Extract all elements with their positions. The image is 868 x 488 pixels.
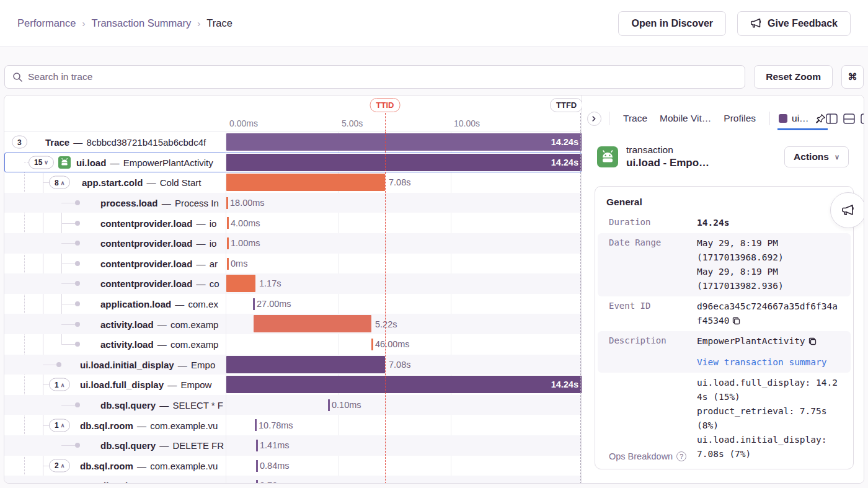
- trace-row[interactable]: ui.load.initial_display — Empo7.08s: [4, 355, 582, 375]
- open-in-discover-button[interactable]: Open in Discover: [618, 11, 726, 36]
- span-duration-bar[interactable]: [254, 315, 371, 332]
- span-op: activity.load: [100, 319, 154, 329]
- span-count-pill[interactable]: 8∧: [49, 176, 70, 189]
- span-count-pill[interactable]: 15∨: [29, 156, 54, 169]
- span-duration-bar[interactable]: 14.24s: [226, 133, 582, 151]
- span-op: db.sql.room: [80, 420, 133, 430]
- tree-connector: [43, 365, 58, 365]
- span-duration-tick[interactable]: [227, 217, 229, 229]
- span-count-pill[interactable]: 1∧: [49, 419, 70, 432]
- search-box[interactable]: [4, 65, 745, 89]
- search-input[interactable]: [28, 71, 737, 82]
- trace-row[interactable]: process.load — Process In18.00ms: [4, 193, 582, 213]
- duration-label: 1.00ms: [231, 238, 260, 248]
- duration-label: 1.17s: [259, 278, 281, 288]
- layout-sidebar-left-icon[interactable]: [826, 113, 838, 124]
- dash-separator: —: [192, 278, 209, 289]
- tab-transaction-active[interactable]: ui…: [777, 108, 812, 129]
- leaf-dot: [75, 342, 80, 347]
- breadcrumb-item[interactable]: Performance: [17, 17, 76, 29]
- trace-row[interactable]: 3Trace — 8cbbcd38721b415ab6cbdc4f14.24s: [4, 132, 582, 153]
- trace-row[interactable]: contentprovider.load — co1.17s: [4, 273, 582, 294]
- layout-sidebar-right-icon[interactable]: [861, 113, 864, 124]
- axis-tick-label: 0.00ms: [229, 118, 258, 128]
- trace-row[interactable]: db.sql.query — DELETE FR1.41ms: [4, 435, 582, 456]
- detail-row: Ops Breakdown?ui.load.full_display: 14.2…: [598, 373, 851, 464]
- span-duration-tick[interactable]: [256, 440, 258, 451]
- trace-view-panel: 0.00ms5.00s10.00sTTIDTTFD 3Trace — 8cbbc…: [4, 95, 864, 484]
- reset-zoom-button[interactable]: Reset Zoom: [754, 65, 833, 89]
- span-chart-cell: 46.00ms: [226, 334, 582, 355]
- view-transaction-summary-link[interactable]: View transaction summary: [697, 355, 842, 370]
- chevron-down-icon: ∨: [44, 159, 48, 166]
- span-description: com.ex: [188, 299, 218, 309]
- copy-icon[interactable]: [732, 317, 740, 325]
- trace-row[interactable]: activity.load — com.examp46.00ms: [4, 334, 582, 355]
- transaction-name: ui.load - Empo…: [626, 156, 709, 170]
- pin-icon[interactable]: [815, 113, 826, 124]
- trace-row[interactable]: contentprovider.load — ar0ms: [4, 254, 582, 274]
- span-count-pill[interactable]: 3: [12, 136, 27, 149]
- tree-connector: [43, 466, 49, 466]
- trace-row[interactable]: application.load — com.ex27.00ms: [4, 294, 582, 314]
- span-count-pill[interactable]: 2∧: [49, 459, 70, 472]
- trace-row[interactable]: 8∧app.start.cold — Cold Start7.08s: [4, 172, 582, 193]
- tab-trace[interactable]: Trace: [617, 113, 653, 124]
- android-icon: [597, 146, 618, 167]
- span-duration-tick[interactable]: [253, 298, 255, 310]
- span-duration-bar[interactable]: 14.24s: [226, 376, 582, 393]
- expand-drawer-button[interactable]: [587, 112, 601, 126]
- span-count-pill[interactable]: 1∧: [49, 378, 70, 391]
- span-description: com.examp: [170, 319, 219, 329]
- span-op: db.sql.query: [100, 440, 156, 451]
- span-duration-tick[interactable]: [371, 339, 373, 350]
- span-duration-tick[interactable]: [256, 460, 258, 472]
- trace-row[interactable]: activity.load — com.examp5.22s: [4, 314, 582, 334]
- span-duration-tick[interactable]: [256, 480, 258, 484]
- detail-value: d96eca345c724667a35df6f34af45340: [697, 299, 842, 328]
- detail-value: ui.load.full_display: 14.24s (15%)produc…: [697, 376, 842, 461]
- span-description: Empo: [191, 359, 215, 370]
- give-feedback-button[interactable]: Give Feedback: [737, 11, 851, 36]
- span-tree-cell: activity.load — com.examp: [4, 314, 226, 334]
- span-duration-tick[interactable]: [328, 399, 330, 411]
- trace-toolbar: Reset Zoom ⌘: [0, 65, 868, 89]
- span-label: ui.load.full_display — Empow: [80, 379, 211, 390]
- layout-bottom-panel-icon[interactable]: [843, 113, 855, 124]
- child-count: 15: [34, 158, 42, 167]
- tab-profiles[interactable]: Profiles: [717, 113, 762, 124]
- span-duration-bar[interactable]: 14.24s: [226, 154, 582, 171]
- chevron-down-icon: ∨: [835, 153, 839, 161]
- trace-row[interactable]: 1∧ui.load.full_display — Empow14.24s: [4, 375, 582, 395]
- span-chart-cell: 18.00ms: [226, 193, 582, 213]
- chevron-up-icon: ∧: [61, 179, 65, 185]
- trace-row[interactable]: contentprovider.load — io1.00ms: [4, 233, 582, 254]
- trace-row[interactable]: db.sql.query — INSERT OR0.70: [4, 476, 582, 484]
- child-count: 3: [17, 138, 22, 146]
- span-duration-bar[interactable]: [226, 356, 385, 373]
- trace-row[interactable]: 2∧db.sql.room — com.example.vu0.84ms: [4, 456, 582, 476]
- trace-row[interactable]: 1∧db.sql.room — com.example.vu10.78ms: [4, 415, 582, 435]
- shortcut-button[interactable]: ⌘: [841, 65, 864, 89]
- span-duration-tick[interactable]: [226, 197, 228, 209]
- span-duration-tick[interactable]: [255, 419, 257, 431]
- active-tab-label: ui…: [792, 113, 809, 124]
- span-description: com.examp: [170, 339, 219, 350]
- copy-icon[interactable]: [808, 337, 817, 345]
- span-duration-tick[interactable]: [227, 237, 229, 249]
- trace-row[interactable]: db.sql.query — SELECT * F0.10ms: [4, 395, 582, 415]
- breadcrumb-item[interactable]: Transaction Summary: [91, 17, 191, 29]
- floating-feedback-button[interactable]: [830, 192, 864, 228]
- span-tree-cell: db.sql.query — DELETE FR: [4, 435, 226, 456]
- trace-row[interactable]: 15∨ui.load — EmpowerPlantActivity14.24s: [4, 153, 582, 173]
- trace-row[interactable]: contentprovider.load — io4.00ms: [4, 213, 582, 233]
- span-duration-tick[interactable]: [227, 258, 229, 270]
- span-chart-cell: 5.22s: [226, 314, 582, 334]
- detail-value: 14.24s: [697, 216, 842, 230]
- span-duration-bar[interactable]: [226, 275, 255, 292]
- help-icon[interactable]: ?: [676, 451, 686, 461]
- span-op: ui.load.full_display: [80, 379, 164, 390]
- actions-button[interactable]: Actions ∨: [784, 146, 849, 167]
- span-duration-bar[interactable]: [226, 174, 385, 191]
- tab-mobile-vit-[interactable]: Mobile Vit…: [653, 113, 717, 124]
